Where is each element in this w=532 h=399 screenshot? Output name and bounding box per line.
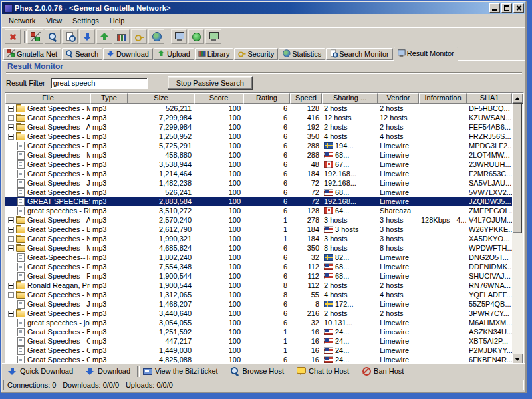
tab-statistics[interactable]: Statistics <box>279 48 325 60</box>
expand-toggle-icon[interactable] <box>8 217 14 223</box>
table-row[interactable]: Great Speeches - Ge mp3 4,825,088 100 6 … <box>5 355 512 363</box>
gnutella-net-button[interactable] <box>27 29 43 44</box>
expand-toggle-icon[interactable] <box>8 236 14 242</box>
expand-toggle-icon[interactable] <box>8 106 14 112</box>
rating: 6 <box>243 113 290 122</box>
search-button[interactable] <box>45 29 61 44</box>
phex-window: Phex 2.0.0.76 - <General Gnutella Networ… <box>1 1 527 393</box>
scroll-thumb[interactable] <box>512 104 522 233</box>
table-row[interactable]: Great Speeches - Ro mp3 7,554,348 100 6 … <box>5 262 512 271</box>
security-button[interactable] <box>131 29 147 44</box>
browse-host-button[interactable]: Browse Host <box>227 365 289 377</box>
expand-toggle-icon[interactable] <box>8 292 14 298</box>
expand-toggle-icon[interactable] <box>8 227 14 233</box>
country-flag-icon <box>324 329 333 335</box>
table-row[interactable]: Great Speeches - Bo mp3 1,251,592 100 1 … <box>5 327 512 336</box>
result-filter-input[interactable] <box>51 78 148 89</box>
tab-upload[interactable]: Upload <box>154 48 194 60</box>
menu-network[interactable]: Network <box>3 15 41 27</box>
statistics-button[interactable] <box>148 29 164 44</box>
expand-toggle-icon[interactable] <box>8 134 14 140</box>
tab-security[interactable]: Security <box>234 48 278 60</box>
table-row[interactable]: Great Speeches - Fu mp3 5,725,291 100 6 … <box>5 141 512 150</box>
toolbar-icon <box>117 34 126 41</box>
scroll-down-button[interactable] <box>512 354 523 363</box>
table-row[interactable]: Great Speeches - Br mp3 2,612,790 100 1 … <box>5 225 512 234</box>
tab-download[interactable]: Download <box>103 48 153 60</box>
scroll-track[interactable] <box>512 104 523 354</box>
table-row[interactable]: Great Speeches - Me mp3 1,214,464 100 6 … <box>5 169 512 178</box>
column-header[interactable]: File <box>5 93 90 104</box>
table-row[interactable]: Great Speeches - Hi mp3 3,538,944 100 6 … <box>5 160 512 169</box>
exit-button[interactable] <box>5 29 21 44</box>
connect-button[interactable] <box>188 29 204 44</box>
tab-gnutella-net[interactable]: Gnutella Net <box>3 48 61 60</box>
menu-settings[interactable]: Settings <box>67 15 104 27</box>
table-row[interactable]: Great Speeches - Me mp3 4,685,824 100 6 … <box>5 243 512 253</box>
table-row[interactable]: Great Speeches - Al mp3 7,299,984 100 6 … <box>5 113 512 122</box>
table-row[interactable]: Great Speeches - Al mp3 7,299,984 100 6 … <box>5 122 512 132</box>
table-row[interactable]: Great Speeches - JF mp3 1,468,207 100 6 … <box>5 299 512 309</box>
table-row[interactable]: Great Speeches - No mp3 1,990,321 100 1 … <box>5 234 512 243</box>
tab-search[interactable]: Search <box>62 48 102 60</box>
table-row[interactable]: great speeches - Ric mp3 3,510,272 100 6… <box>5 206 512 215</box>
table-row[interactable]: Great Speeches - Ab mp3 2,570,240 100 1 … <box>5 215 512 225</box>
bitzi-ticket-button[interactable]: View the Bitzi ticket <box>140 365 223 377</box>
network-monitor-button[interactable] <box>205 29 221 44</box>
tab-icon <box>198 51 205 57</box>
chat-to-host-button[interactable]: Chat to Host <box>293 365 354 377</box>
expand-toggle-icon[interactable] <box>8 245 14 251</box>
column-header[interactable]: Score <box>194 93 243 104</box>
table-row[interactable]: Great Speeches - No mp3 1,312,065 100 8 … <box>5 290 512 299</box>
table-row[interactable]: Great Speeches - Bo mp3 1,250,952 100 6 … <box>5 132 512 141</box>
download-button[interactable] <box>79 29 95 44</box>
table-row[interactable]: Ronald Reagan, Pre mp3 1,900,544 100 8 1… <box>5 281 512 290</box>
stop-passive-search-button[interactable]: Stop Passive Search <box>168 76 253 90</box>
download-button[interactable]: Download <box>82 365 135 377</box>
column-header[interactable]: Type <box>90 93 128 104</box>
quick-download-button[interactable]: Quick Download <box>5 365 78 377</box>
scroll-up-button[interactable] <box>512 93 523 104</box>
table-row[interactable]: Great Speeches - Mu mp3 526,241 100 6 72… <box>5 188 512 197</box>
close-button[interactable] <box>513 3 524 13</box>
menu-help[interactable]: Help <box>104 15 130 27</box>
column-header[interactable]: Information <box>419 93 467 104</box>
table-row[interactable]: Great Speeches - Jo mp3 1,482,238 100 6 … <box>5 178 512 188</box>
tab-library[interactable]: Library <box>195 48 234 60</box>
vertical-scrollbar[interactable] <box>512 93 523 363</box>
minimize-button[interactable] <box>489 3 500 13</box>
table-row[interactable]: Great Speeches - Ch mp3 447,217 100 1 16… <box>5 336 512 346</box>
sharing-text: 3 hosts <box>335 225 358 234</box>
ban-host-button[interactable]: Ban Host <box>358 365 408 377</box>
table-row[interactable]: Great-Speeches--Ta mp3 1,802,240 100 6 3… <box>5 253 512 262</box>
expand-toggle-icon[interactable] <box>8 283 14 289</box>
table-row[interactable]: Great Speeches - Ro mp3 1,900,544 100 6 … <box>5 271 512 281</box>
sha1-hash: P2MJDKYY... <box>467 346 512 355</box>
table-row[interactable]: Great Speeches - Ch mp3 1,449,030 100 1 … <box>5 346 512 355</box>
expand-toggle-icon[interactable] <box>8 115 14 121</box>
tab-result-monitor[interactable]: Result Monitor <box>394 47 458 61</box>
column-header[interactable]: Sharing ... <box>322 93 378 104</box>
sharing-host: 2 hosts <box>322 281 378 290</box>
table-row[interactable]: Great Speeches - Mi mp3 526,211 100 6 12… <box>5 104 512 113</box>
menu-view[interactable]: View <box>41 15 67 27</box>
result-monitor-button[interactable] <box>171 29 187 44</box>
table-row[interactable]: Great Speeches - FD mp3 3,440,640 100 6 … <box>5 309 512 318</box>
tab-search-monitor[interactable]: Search Monitor <box>326 48 393 60</box>
file-type-icon <box>16 225 25 233</box>
expand-toggle-icon[interactable] <box>8 124 14 130</box>
sha1-hash: FEF54AB6... <box>467 122 512 132</box>
column-header[interactable]: Rating <box>243 93 290 104</box>
column-header[interactable]: Vendor <box>378 93 419 104</box>
column-header[interactable]: Size <box>128 93 194 104</box>
maximize-button[interactable] <box>501 3 512 13</box>
table-row[interactable]: Great Speeches - Ma mp3 458,880 100 6 28… <box>5 150 512 160</box>
column-header[interactable]: SHA1 <box>467 93 512 104</box>
column-header[interactable]: Speed <box>290 93 322 104</box>
library-button[interactable] <box>114 29 130 44</box>
upload-button[interactable] <box>96 29 112 44</box>
search-monitor-button[interactable] <box>62 29 78 44</box>
table-row[interactable]: great speeches - joh mp3 3,054,055 100 6… <box>5 318 512 327</box>
expand-toggle-icon[interactable] <box>8 311 14 317</box>
table-row[interactable]: GREAT SPEECHES Ji mp3 2,883,584 100 6 72… <box>5 197 512 206</box>
